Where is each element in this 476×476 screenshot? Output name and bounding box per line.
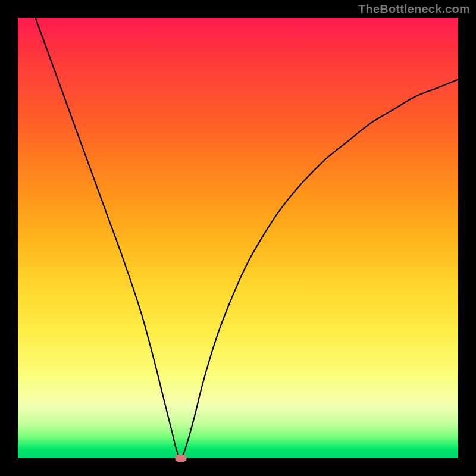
attribution-text: TheBottleneck.com xyxy=(358,2,470,16)
curve-svg xyxy=(18,18,458,458)
plot-area xyxy=(18,18,458,458)
chart-frame: TheBottleneck.com xyxy=(0,0,476,476)
optimal-point-marker xyxy=(175,455,187,462)
bottleneck-curve xyxy=(36,18,458,458)
